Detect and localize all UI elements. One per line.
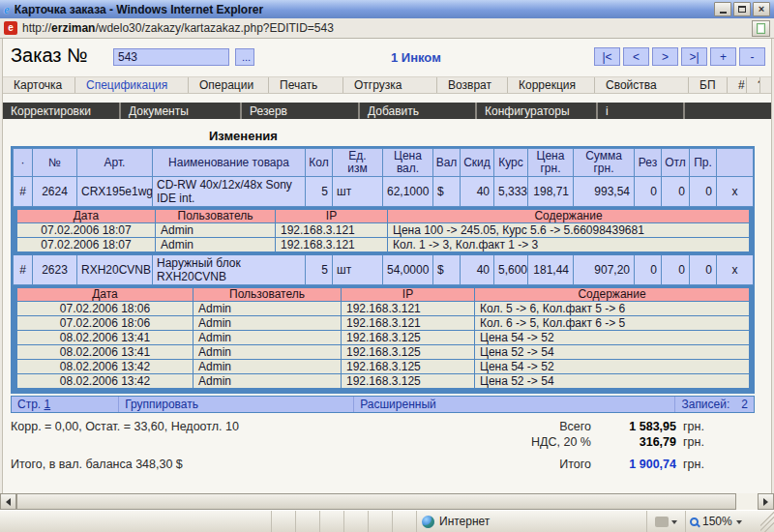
product-cell: 0 [662,177,690,207]
tab-0[interactable]: Карточка [3,77,75,93]
group-link[interactable]: Группировать [125,398,198,411]
history-user: Admin [194,345,342,360]
scroll-right-button[interactable] [758,493,774,510]
nav-last-button[interactable]: >| [681,47,707,66]
minimize-icon [720,12,727,14]
row-edit-link[interactable]: # [14,177,33,207]
scroll-left-button[interactable] [0,493,16,510]
column-header-8: Скид [461,149,494,177]
tab-3[interactable]: Печать [269,77,343,93]
page-cell: Стр. 1 [12,397,119,412]
product-cell: шт [333,255,383,285]
product-cell: 2623 [33,255,77,285]
url-path: /wdelo30/zakazy/kartazakaz.php?EDITID=54… [95,21,333,35]
status-cell [392,511,416,532]
column-header-3: Наименование товара [153,149,306,177]
window-controls: × [714,2,770,16]
column-header-11: Сумма грн. [574,149,635,177]
product-cell: 0 [690,177,717,207]
order-header: Заказ № ... 1 Инком |<<>>|+- [3,44,771,70]
maximize-icon [738,6,746,13]
history-table: ДатаПользовательIPСодержание07.02.2006 1… [16,209,750,252]
totals-row: Итого, в вал. баланса 348,30 $ Итого 1 9… [11,458,763,473]
row-delete-link[interactable]: x [717,255,754,285]
history-header-2: IP [276,210,388,223]
product-cell: $ [433,177,461,207]
browser-window: e Карточка заказа - Windows Internet Exp… [0,0,774,532]
pager-bar: Стр. 1 Группировать Расширенный Записей:… [11,396,755,413]
order-number-input[interactable] [113,48,229,66]
history-row: 08.02.2006 13:41Admin192.168.3.125Цена 5… [17,331,750,345]
history-header-3: Содержание [475,288,750,302]
nav-first-button[interactable]: |< [594,47,620,66]
status-cell [295,511,319,532]
resize-grip[interactable] [760,511,774,532]
browse-button[interactable]: ... [235,48,254,66]
total-value: 1 583,95 [591,420,676,433]
magnifier-icon [690,517,699,526]
history-date: 07.02.2006 18:07 [17,223,156,238]
nav-prev-button[interactable]: < [623,47,649,66]
product-cell: 0 [690,255,717,285]
history-date: 08.02.2006 13:42 [17,374,194,389]
tab-9[interactable]: # [728,77,747,93]
menu-item-3[interactable]: Добавить [360,103,477,119]
product-cell: 5 [306,177,333,207]
grand-total-label: Итого [409,458,591,471]
product-cell: 2624 [33,177,77,207]
total-label: Всего [409,420,591,433]
tab-1[interactable]: Спецификация [75,77,189,93]
column-header-12: Рез [635,149,662,177]
history-header-0: Дата [17,210,156,223]
history-block-row: ДатаПользовательIPСодержание07.02.2006 1… [14,207,754,255]
menu-item-4[interactable]: Конфигураторы [477,103,598,119]
status-bar: Интернет 150% [0,510,774,532]
favicon: e [4,21,17,35]
history-header-0: Дата [17,288,194,302]
history-ip: 192.168.3.121 [276,238,388,252]
history-date: 08.02.2006 13:41 [17,331,194,345]
nav-next-button[interactable]: > [652,47,678,66]
product-cell: 907,20 [574,255,635,285]
zoom-control[interactable]: 150% [685,511,760,532]
address-url[interactable]: http://erziman/wdelo30/zakazy/kartazakaz… [22,21,747,35]
minimize-button[interactable] [714,2,731,16]
menu-item-0[interactable]: Корректировки [3,103,121,119]
menu-item-2[interactable]: Резерв [242,103,360,119]
tab-10[interactable]: ? [747,77,760,93]
tab-8[interactable]: БП [689,77,728,93]
page-action-button[interactable] [752,20,770,37]
row-edit-link[interactable]: # [14,255,33,285]
total-unit: грн. [676,420,720,433]
history-row: 07.02.2006 18:07Admin192.168.3.121Кол. 1… [17,238,750,252]
extended-link[interactable]: Расширенный [360,398,436,411]
tab-6[interactable]: Коррекция [508,77,595,93]
column-header-13: Отл [662,149,690,177]
nav-add-button[interactable]: + [710,47,736,66]
vat-unit: грн. [676,435,720,449]
tab-2[interactable]: Операции [189,77,269,93]
records-cell: Записей: 2 [675,397,754,412]
scrollbar-thumb[interactable] [16,493,736,510]
column-header-1: № [33,149,77,177]
scrollbar-track[interactable] [16,493,758,510]
nav-remove-button[interactable]: - [739,47,765,66]
tab-7[interactable]: Свойства [595,77,689,93]
product-cell: 62,1000 [383,177,433,207]
tab-4[interactable]: Отгрузка [343,77,437,93]
maximize-button[interactable] [733,2,751,16]
product-cell: 54,0000 [383,255,433,285]
page-1-link[interactable]: 1 [45,398,51,411]
history-user: Admin [194,374,342,389]
url-host: erziman [51,21,95,35]
menu-item-1[interactable]: Документы [121,103,242,119]
vat-label: НДС, 20 % [409,435,591,449]
menu-item-5[interactable]: i [598,103,685,119]
protected-mode-dropdown[interactable] [646,511,685,532]
history-ip: 192.168.3.125 [342,331,475,345]
zoom-level: 150% [702,515,732,528]
close-button[interactable]: × [753,2,770,16]
status-message-area [0,511,271,532]
tab-5[interactable]: Возврат [437,77,508,93]
row-delete-link[interactable]: x [717,177,754,207]
